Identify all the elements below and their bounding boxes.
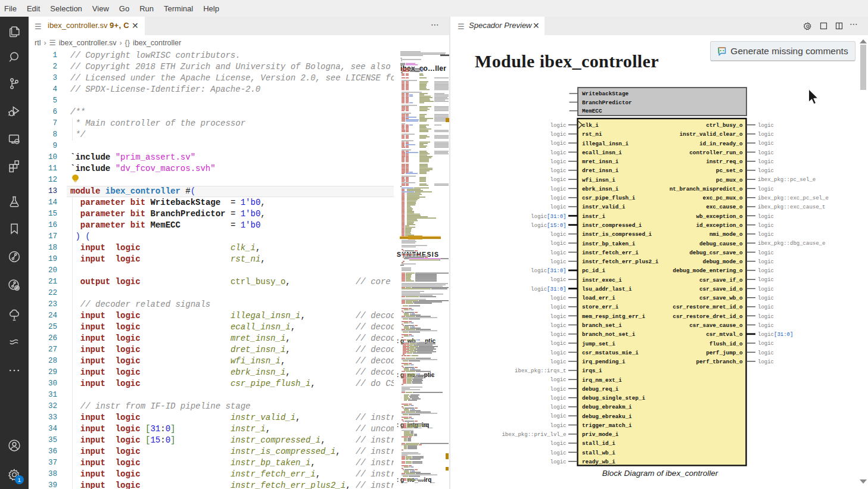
svg-text:debug_ebreakm_i: debug_ebreakm_i — [582, 404, 632, 410]
svg-text:logic: logic — [758, 295, 774, 301]
svg-text:ready_wb_i: ready_wb_i — [582, 459, 615, 465]
svg-text:logic: logic — [550, 304, 566, 310]
svg-text:logic: logic — [550, 141, 566, 147]
svg-text:ibex_pkg::priv_lvl_e: ibex_pkg::priv_lvl_e — [502, 432, 566, 438]
svg-text:trigger_match_i: trigger_match_i — [582, 422, 632, 429]
svg-text:logic: logic — [550, 177, 566, 183]
svg-text:csr_pipe_flush_i: csr_pipe_flush_i — [582, 195, 636, 201]
svg-text:mret_insn_i: mret_insn_i — [582, 158, 619, 165]
svg-text:wfi_insn_i: wfi_insn_i — [582, 177, 615, 183]
svg-text:logic: logic — [758, 123, 774, 129]
svg-text:perf_tbranch_o: perf_tbranch_o — [696, 359, 743, 365]
svg-text:controller_run_o: controller_run_o — [689, 149, 743, 156]
svg-text:logic[31:0]: logic[31:0] — [758, 332, 793, 338]
svg-text:ebrk_insn_i: ebrk_insn_i — [582, 186, 619, 192]
svg-text:instr_bp_taken_i: instr_bp_taken_i — [582, 241, 636, 247]
svg-text:debug_req_i: debug_req_i — [582, 386, 619, 393]
svg-text:exc_pc_mux_o: exc_pc_mux_o — [703, 195, 743, 201]
svg-text:nt_branch_mispredict_o: nt_branch_mispredict_o — [670, 186, 743, 192]
svg-text:logic: logic — [550, 377, 566, 383]
svg-text:instr_compressed_i: instr_compressed_i — [582, 222, 642, 229]
svg-text:id_exception_o: id_exception_o — [696, 222, 743, 229]
svg-text:lsu_addr_last_i: lsu_addr_last_i — [582, 286, 632, 292]
svg-text:logic: logic — [758, 150, 774, 156]
svg-text:logic: logic — [550, 459, 566, 465]
svg-text:priv_mode_i: priv_mode_i — [582, 431, 619, 438]
svg-text:logic: logic — [550, 241, 566, 247]
svg-text:irq_pending_i: irq_pending_i — [582, 359, 626, 365]
svg-text:logic: logic — [550, 168, 566, 174]
svg-text:logic: logic — [758, 277, 774, 283]
svg-text:logic: logic — [550, 404, 566, 410]
svg-text:logic: logic — [758, 323, 774, 329]
svg-text:pc_set_o: pc_set_o — [716, 167, 743, 174]
svg-text:csr_save_wb_o: csr_save_wb_o — [699, 295, 743, 301]
svg-text:debug_cause_o: debug_cause_o — [699, 241, 743, 247]
svg-text:logic: logic — [758, 250, 774, 256]
svg-text:BranchPredictor: BranchPredictor — [582, 99, 632, 106]
svg-text:Block Diagram of ibex_controll: Block Diagram of ibex_controller — [602, 469, 718, 478]
svg-text:csr_save_if_o: csr_save_if_o — [699, 277, 743, 284]
svg-text:logic: logic — [758, 141, 774, 147]
svg-text:instr_i: instr_i — [582, 213, 605, 220]
svg-text:logic: logic — [758, 286, 774, 292]
svg-text:logic[15:0]: logic[15:0] — [531, 223, 566, 229]
svg-text:logic: logic — [758, 232, 774, 238]
svg-text:logic: logic — [550, 323, 566, 329]
svg-text:logic: logic — [550, 332, 566, 338]
svg-text:logic[31:0]: logic[31:0] — [531, 268, 566, 274]
svg-text:ibex_pkg::dbg_cause_e: ibex_pkg::dbg_cause_e — [758, 241, 825, 247]
svg-text:instr_exec_i: instr_exec_i — [582, 277, 622, 284]
svg-text:logic: logic — [550, 314, 566, 320]
svg-text:logic: logic — [550, 277, 566, 283]
svg-text:instr_req_o: instr_req_o — [706, 158, 743, 165]
svg-text:exc_cause_o: exc_cause_o — [706, 204, 743, 210]
svg-text:logic: logic — [550, 232, 566, 238]
svg-text:logic: logic — [758, 214, 774, 220]
svg-text:logic: logic — [550, 413, 566, 419]
svg-text:ibex_pkg::irqs_t: ibex_pkg::irqs_t — [515, 368, 566, 374]
svg-text:stall_wb_i: stall_wb_i — [582, 450, 615, 456]
svg-text:logic: logic — [550, 159, 566, 165]
svg-text:debug_mode_entering_o: debug_mode_entering_o — [673, 267, 743, 274]
svg-text:irq_nm_ext_i: irq_nm_ext_i — [582, 377, 622, 384]
svg-text:ecall_insn_i: ecall_insn_i — [582, 149, 622, 156]
svg-text:logic: logic — [758, 223, 774, 229]
svg-text:clk_i: clk_i — [582, 122, 599, 129]
svg-text:csr_mtval_o: csr_mtval_o — [706, 331, 743, 338]
svg-text:logic: logic — [758, 168, 774, 174]
svg-text:logic: logic — [550, 359, 566, 365]
svg-text:ibex_pkg::exc_cause_t: ibex_pkg::exc_cause_t — [758, 204, 825, 210]
svg-text:ibex_pkg::pc_sel_e: ibex_pkg::pc_sel_e — [758, 177, 816, 183]
svg-text:illegal_insn_i: illegal_insn_i — [582, 141, 629, 147]
svg-text:: g_wb_…ptic: : g_wb_…ptic — [397, 338, 435, 344]
svg-text:logic: logic — [758, 350, 774, 356]
svg-text:debug_ebreaku_i: debug_ebreaku_i — [582, 413, 632, 420]
svg-text:MemECC: MemECC — [582, 108, 602, 114]
svg-text:logic: logic — [758, 341, 774, 347]
svg-text:pc_mux_o: pc_mux_o — [716, 177, 743, 183]
svg-text:debug_single_step_i: debug_single_step_i — [582, 395, 645, 401]
svg-text:branch_not_set_i: branch_not_set_i — [582, 331, 636, 338]
svg-text:jump_set_i: jump_set_i — [582, 341, 615, 347]
svg-text:logic: logic — [550, 295, 566, 301]
svg-text:logic: logic — [550, 150, 566, 156]
svg-text:debug_csr_save_o: debug_csr_save_o — [689, 250, 743, 256]
svg-text:pc_id_i: pc_id_i — [582, 267, 605, 274]
svg-text:nmi_mode_o: nmi_mode_o — [710, 231, 743, 238]
svg-text:logic: logic — [550, 450, 566, 456]
svg-text:instr_valid_i: instr_valid_i — [582, 204, 626, 210]
svg-text:logic: logic — [550, 195, 566, 201]
svg-text:logic: logic — [550, 350, 566, 356]
svg-text:instr_is_compressed_i: instr_is_compressed_i — [582, 231, 652, 238]
svg-text:flush_id_o: flush_id_o — [710, 341, 743, 347]
svg-text:WritebackStage: WritebackStage — [582, 91, 629, 97]
svg-text:debug_mode_o: debug_mode_o — [703, 258, 743, 265]
svg-text:csr_mstatus_mie_i: csr_mstatus_mie_i — [582, 350, 639, 356]
svg-text:logic[31:0]: logic[31:0] — [531, 286, 566, 292]
svg-text:logic: logic — [550, 423, 566, 429]
svg-text:wb_exception_o: wb_exception_o — [696, 213, 743, 220]
svg-text:csr_save_id_o: csr_save_id_o — [699, 286, 743, 292]
svg-text:instr_fetch_err_plus2_i: instr_fetch_err_plus2_i — [582, 258, 659, 265]
svg-text:store_err_i: store_err_i — [582, 304, 619, 310]
